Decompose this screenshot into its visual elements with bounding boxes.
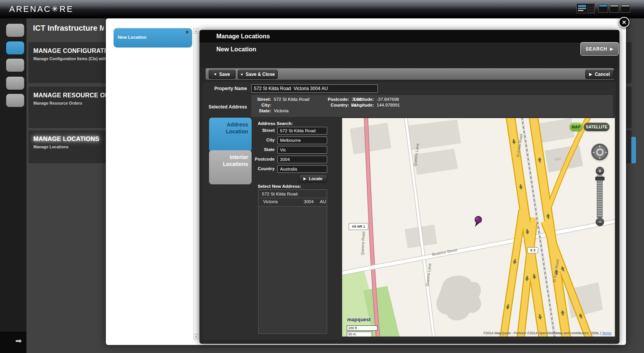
result-state: Victoria <box>263 199 278 204</box>
layout-icon-blue-bar <box>578 5 586 7</box>
sidebar-footer: ➡ <box>0 332 26 353</box>
city-field-wrap <box>277 136 327 144</box>
attribution-text: ©2014 MapQuest - Portions ©2014 OpenStre… <box>483 331 601 335</box>
modal-close-button[interactable]: ✕ <box>619 17 629 28</box>
scale-meters: 50 m <box>347 332 372 337</box>
state-field-wrap <box>277 146 327 154</box>
selected-card-edge <box>631 137 636 163</box>
panels-view-icon[interactable] <box>598 4 630 13</box>
layout-icon-line <box>588 10 593 10</box>
save-close-button-label: Save & Close <box>246 72 275 77</box>
expand-arrow-icon[interactable]: ➡ <box>15 336 22 345</box>
cancel-button[interactable]: ▶ Cancel <box>585 70 614 79</box>
map-pan-control[interactable]: ▴ ▾ ◂ ▸ <box>591 144 608 160</box>
state-field-label: State <box>242 147 275 152</box>
map-view-button[interactable]: MAP <box>570 123 583 131</box>
pan-center-icon[interactable] <box>596 148 603 156</box>
play-icon: ▶ <box>610 47 613 51</box>
scale-feet: 200 ft <box>347 325 377 331</box>
tab-address-location[interactable]: Address Location <box>209 118 252 152</box>
postcode-field-label: Postcode <box>242 157 275 161</box>
map-container: Queens Lane St Kilda Road Queens Road Be… <box>342 118 615 337</box>
result-postcode: 3004 <box>304 199 314 204</box>
building-number-label: 553 <box>555 157 561 161</box>
mapquest-logo: mapquest <box>347 317 371 322</box>
layout-icon-light-bar <box>578 10 583 11</box>
zoom-out-button[interactable]: − <box>596 218 604 226</box>
dialog-subheader: New Location <box>200 43 619 68</box>
sidebar-item-2-active[interactable] <box>6 41 24 54</box>
zoom-in-button[interactable]: + <box>596 167 604 175</box>
address-results-list[interactable]: 572 St Kilda Road Victoria 3004 AU <box>258 189 327 334</box>
scrollbar-down-icon[interactable]: ▼ <box>193 334 199 340</box>
search-button-label: SEARCH <box>586 46 608 52</box>
city-field-label: City <box>242 138 275 142</box>
pan-right-icon[interactable]: ▸ <box>605 150 607 154</box>
panel-icon <box>621 4 630 13</box>
pan-down-icon[interactable]: ▾ <box>599 156 600 160</box>
play-icon: ▶ <box>303 177 306 181</box>
save-close-button[interactable]: ● Save & Close <box>238 70 278 79</box>
sidebar-item-1[interactable] <box>6 24 24 37</box>
layout-switch-icon[interactable] <box>576 3 595 13</box>
property-name-label: Property Name <box>192 86 247 91</box>
layout-icon-line <box>588 7 593 8</box>
map-canvas[interactable] <box>342 118 615 337</box>
page-title: ICT Infrastructure Man <box>33 24 104 33</box>
address-result-street[interactable]: 572 St Kilda Road <box>259 190 327 197</box>
heart-icon: ♥ <box>214 72 217 76</box>
sidebar-item-3[interactable] <box>6 59 24 72</box>
street-field-label: Street <box>242 128 275 133</box>
tab-label-line: Address <box>209 121 248 128</box>
locate-button[interactable]: ▶ Locate <box>299 175 327 182</box>
dialog-heading: New Location <box>216 46 256 53</box>
scrollbar-up-icon[interactable]: ▲ <box>193 28 199 33</box>
country-field-label: Country <box>242 166 275 171</box>
tab-new-location[interactable]: New Location ✕ <box>114 28 192 48</box>
panel-icon-gray-bar <box>621 5 629 7</box>
latitude-value: -37.847698 <box>377 97 399 102</box>
zoom-slider-track[interactable] <box>597 176 603 218</box>
city-label: City: <box>238 103 271 107</box>
circle-icon: ● <box>240 72 243 76</box>
zoom-slider-thumb[interactable] <box>595 177 604 181</box>
terms-link[interactable]: Terms <box>602 331 612 335</box>
result-country: AU <box>320 199 326 204</box>
address-search-heading: Address Search: <box>258 121 293 126</box>
play-icon: ▶ <box>589 72 592 76</box>
pan-up-icon[interactable]: ▴ <box>599 144 600 148</box>
sidebar-item-4[interactable] <box>6 77 24 90</box>
country-input[interactable] <box>277 165 327 173</box>
sidebar-item-5[interactable] <box>6 94 24 107</box>
panel-icon <box>609 4 619 13</box>
satellite-view-button[interactable]: SATELLITE <box>584 123 609 131</box>
layout-icon-gray-bar <box>578 8 586 9</box>
state-input[interactable] <box>277 146 327 154</box>
scrollbar-track[interactable] <box>193 33 199 334</box>
street-value: 572 St Kilda Road <box>274 97 310 102</box>
road-shield-alt-nr-1: Alt NR 1 <box>349 223 368 230</box>
pan-left-icon[interactable]: ◂ <box>593 150 594 154</box>
state-label: State: <box>238 108 271 113</box>
postcode-input[interactable] <box>277 156 327 163</box>
street-input[interactable] <box>277 127 327 135</box>
longitude-value: 144.978991 <box>377 103 400 107</box>
street-field-wrap <box>277 127 327 135</box>
select-new-address-heading: Select New Address: <box>258 184 301 189</box>
street-label: Street: <box>238 97 271 102</box>
city-input[interactable] <box>277 136 327 144</box>
latitude-label: Lattitude: <box>338 97 374 102</box>
panel-icon-active <box>598 4 608 13</box>
tab-close-icon[interactable]: ✕ <box>185 30 189 35</box>
address-result-row[interactable]: Victoria 3004 AU <box>259 198 327 207</box>
panel-icon-gray-bar <box>610 5 618 7</box>
property-name-input[interactable] <box>251 84 378 93</box>
locate-button-label: Locate <box>309 176 322 181</box>
property-name-field-wrap <box>251 84 378 93</box>
selected-address-panel: Street: 572 St Kilda Road City: State: V… <box>251 95 613 117</box>
application-window: ARENAC✳RE ➡ <box>0 0 644 353</box>
search-button[interactable]: SEARCH ▶ <box>580 42 619 56</box>
longitude-label: Longitude: <box>338 103 374 107</box>
country-field-wrap <box>277 165 327 173</box>
save-button[interactable]: ♥ Save <box>209 70 236 79</box>
